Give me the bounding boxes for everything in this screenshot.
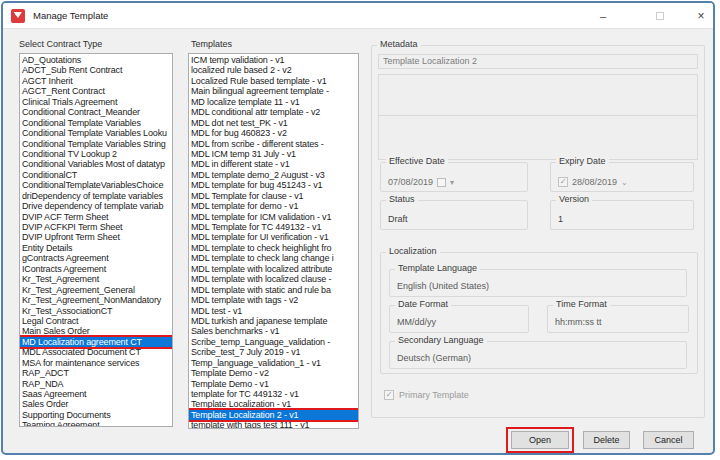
- list-item[interactable]: MD localize template 11 - v1: [189, 97, 358, 107]
- list-item[interactable]: MDL in different state - v1: [189, 159, 358, 169]
- list-item[interactable]: Kr_Test_Agreement_General: [20, 285, 172, 295]
- list-item[interactable]: ConditionalTemplateVariablesChoice: [20, 180, 172, 190]
- contract-type-list[interactable]: AD_QuotationsADCT_Sub Rent ContractAGCT …: [19, 53, 173, 427]
- list-item[interactable]: MDL conditional attr template - v2: [189, 107, 358, 117]
- list-item[interactable]: MDL template to check heighlight fro: [189, 243, 358, 253]
- list-item[interactable]: template for TC 449132 - v1: [189, 389, 358, 399]
- delete-button[interactable]: Delete: [583, 431, 630, 449]
- list-item[interactable]: MDL template for ICM validation - v1: [189, 212, 358, 222]
- metadata-group-label: Metadata: [377, 39, 421, 49]
- cancel-button[interactable]: Cancel: [643, 431, 694, 449]
- list-item[interactable]: Clinical Trials Agreement: [20, 97, 172, 107]
- list-item[interactable]: DVIP Upfront Term Sheet: [20, 232, 172, 242]
- list-item[interactable]: Supporting Documents: [20, 410, 172, 420]
- template-name-field[interactable]: Template Localization 2: [378, 54, 698, 69]
- list-item[interactable]: MDL template demo_2 August - v3: [189, 170, 358, 180]
- list-item[interactable]: Template Localization - v1: [189, 399, 358, 409]
- list-item[interactable]: Conditional Variables Most of datatyp: [20, 159, 172, 169]
- metadata-description-box: [378, 74, 698, 116]
- effective-date-group: Effective Date 07/08/2019 ▾: [380, 162, 528, 192]
- list-item[interactable]: MDL template with localized clause -: [189, 274, 358, 284]
- open-button[interactable]: Open: [511, 431, 569, 449]
- list-item[interactable]: Kr_Test_Agreement_NonMandatory: [20, 295, 172, 305]
- template-list[interactable]: ICM temp validation - v1localized rule b…: [188, 53, 359, 429]
- list-item[interactable]: MDL ICM temp 31 July - v1: [189, 149, 358, 159]
- list-item[interactable]: MDL template for demo - v1: [189, 201, 358, 211]
- template-language-value[interactable]: English (United States): [397, 281, 489, 291]
- list-item[interactable]: Template Demo - v1: [189, 379, 358, 389]
- list-item[interactable]: ADCT_Sub Rent Contract: [20, 65, 172, 75]
- list-item[interactable]: MDL Associated Document CT: [20, 347, 172, 357]
- list-item[interactable]: Main bilingual agreement template -: [189, 86, 358, 96]
- list-item[interactable]: MDL for bug 460823 - v2: [189, 128, 358, 138]
- list-item[interactable]: Conditional Contract_Meander: [20, 107, 172, 117]
- list-item[interactable]: MDL turkish and japanese template: [189, 316, 358, 326]
- list-item[interactable]: gContracts Agreement: [20, 253, 172, 263]
- list-item[interactable]: driDependency of template variables: [20, 191, 172, 201]
- list-item[interactable]: Sales benchmarks - v1: [189, 326, 358, 336]
- metadata-group: Metadata Template Localization 2 Effecti…: [371, 45, 705, 418]
- minimize-button[interactable]: –: [591, 3, 615, 29]
- metadata-notes-box: [378, 115, 698, 160]
- expiry-date-checkbox[interactable]: ✓: [558, 177, 568, 187]
- time-format-value[interactable]: hh:mm:ss tt: [555, 317, 602, 327]
- list-item[interactable]: localized rule based 2 - v2: [189, 65, 358, 75]
- list-item[interactable]: Scribe_temp_Language_validation -: [189, 337, 358, 347]
- list-item[interactable]: IContracts Agreement: [20, 264, 172, 274]
- list-item[interactable]: MDL Template for clause - v1: [189, 191, 358, 201]
- list-item[interactable]: DVIP ACF Term Sheet: [20, 212, 172, 222]
- list-item[interactable]: Kr_Test_Agreement: [20, 274, 172, 284]
- effective-date-value: 07/08/2019: [388, 177, 433, 187]
- list-item[interactable]: MDL template for bug 451243 - v1: [189, 180, 358, 190]
- list-item[interactable]: ICM temp validation - v1: [189, 55, 358, 65]
- list-item[interactable]: Conditional TV Lookup 2: [20, 149, 172, 159]
- list-item[interactable]: MDL template with localized attribute: [189, 264, 358, 274]
- list-item[interactable]: Temp_language_validation_1 - v1: [189, 358, 358, 368]
- list-item[interactable]: AD_Quotations: [20, 55, 172, 65]
- list-item[interactable]: ConditionalCT: [20, 170, 172, 180]
- list-item[interactable]: Conditional Template Variables: [20, 118, 172, 128]
- expiry-date-picker[interactable]: ✓ 28/08/2019 ⌄: [558, 177, 628, 187]
- list-item[interactable]: MSA for maintenance services: [20, 358, 172, 368]
- effective-date-picker[interactable]: 07/08/2019 ▾: [388, 177, 454, 187]
- secondary-language-value[interactable]: Deutsch (German): [397, 353, 471, 363]
- list-item[interactable]: MDL template with static and rule ba: [189, 285, 358, 295]
- list-item[interactable]: MDL test - v1: [189, 306, 358, 316]
- list-item[interactable]: Kr_Test_AssociationCT: [20, 306, 172, 316]
- list-item[interactable]: Conditional Template Variables String: [20, 139, 172, 149]
- list-item-selected[interactable]: Template Localization 2 - v1: [189, 410, 358, 420]
- maximize-button[interactable]: [649, 3, 671, 29]
- contract-type-section-label: Select Contract Type: [19, 39, 102, 49]
- date-format-value[interactable]: MM/dd/yy: [397, 317, 436, 327]
- list-item-selected[interactable]: MD Localization agreement CT: [20, 337, 172, 347]
- list-item[interactable]: AGCT_Rent Contract: [20, 86, 172, 96]
- list-item[interactable]: Drive dependency of template variab: [20, 201, 172, 211]
- list-item[interactable]: RAP_ADCT: [20, 368, 172, 378]
- list-item[interactable]: MDL Template for TC 449132 - v1: [189, 222, 358, 232]
- list-item[interactable]: Scribe_test_7 July 2019 - v1: [189, 347, 358, 357]
- list-item[interactable]: MDL dot net test_PK - v1: [189, 118, 358, 128]
- list-item[interactable]: AGCT Inherit: [20, 76, 172, 86]
- list-item[interactable]: Saas Agreement: [20, 389, 172, 399]
- list-item[interactable]: template with tags test 111 - v1: [189, 420, 358, 429]
- list-item[interactable]: Template Demo - v2: [189, 368, 358, 378]
- list-item[interactable]: MDL template to check lang change i: [189, 253, 358, 263]
- list-item[interactable]: MDL template for UI verification - v1: [189, 232, 358, 242]
- list-item[interactable]: MDL from scribe - different states -: [189, 139, 358, 149]
- list-item[interactable]: Main Sales Order: [20, 326, 172, 336]
- expiry-date-value: 28/08/2019: [572, 177, 617, 187]
- list-item[interactable]: Sales Order: [20, 399, 172, 409]
- time-format-label: Time Format: [553, 299, 610, 309]
- list-item[interactable]: Entity Details: [20, 243, 172, 253]
- list-item[interactable]: Teaming Agreement: [20, 420, 172, 427]
- close-button[interactable]: ×: [689, 3, 713, 29]
- list-item[interactable]: Conditional Template Variables Looku: [20, 128, 172, 138]
- list-item[interactable]: DVIP ACFKPI Term Sheet: [20, 222, 172, 232]
- expiry-date-group: Expiry Date ✓ 28/08/2019 ⌄: [550, 162, 694, 192]
- list-item[interactable]: Localized Rule based template - v1: [189, 76, 358, 86]
- primary-template-checkbox[interactable]: ✓: [384, 390, 394, 400]
- list-item[interactable]: MDL template with tags - v2: [189, 295, 358, 305]
- version-label: Version: [556, 194, 592, 204]
- list-item[interactable]: RAP_NDA: [20, 379, 172, 389]
- list-item[interactable]: Legal Contract: [20, 316, 172, 326]
